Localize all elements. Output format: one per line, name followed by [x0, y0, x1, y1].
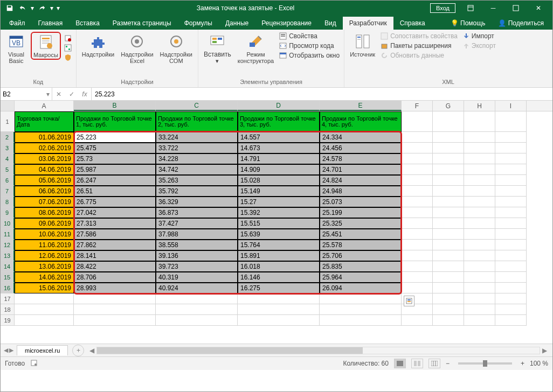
cell[interactable]	[464, 153, 495, 164]
import-button[interactable]: Импорт	[461, 32, 497, 40]
cell[interactable]	[402, 218, 433, 229]
tab-pagelayout[interactable]: Разметка страницы	[106, 17, 178, 30]
cell[interactable]	[464, 207, 495, 218]
cell[interactable]: 26.247	[74, 175, 156, 186]
cell[interactable]	[495, 250, 527, 261]
cell[interactable]	[320, 315, 402, 326]
col-header-I[interactable]: I	[495, 101, 527, 111]
cell[interactable]	[433, 218, 464, 229]
cell[interactable]	[495, 153, 527, 164]
cell[interactable]	[433, 143, 464, 153]
cell[interactable]: 28.422	[74, 261, 156, 272]
row-header[interactable]: 13	[1, 250, 15, 261]
cell[interactable]	[433, 153, 464, 164]
cell[interactable]: 15.392	[238, 207, 320, 218]
cell[interactable]	[238, 315, 320, 326]
cell[interactable]: 34.228	[156, 153, 238, 164]
cell[interactable]: Продажи по Торговой точке 4, тыс. руб.	[320, 111, 402, 132]
cell[interactable]: 33.224	[156, 132, 238, 143]
cell[interactable]	[433, 132, 464, 143]
row-header[interactable]: 17	[1, 293, 15, 304]
cell[interactable]	[464, 272, 495, 283]
cell[interactable]	[464, 143, 495, 153]
row-header[interactable]: 15	[1, 272, 15, 283]
cell[interactable]: 40.319	[156, 272, 238, 283]
cell[interactable]: 27.862	[74, 240, 156, 250]
cell[interactable]: 15.764	[238, 240, 320, 250]
tab-formulas[interactable]: Формулы	[178, 17, 219, 30]
cell[interactable]: 38.558	[156, 240, 238, 250]
row-header[interactable]: 1	[1, 111, 15, 132]
sheet-nav-next-icon[interactable]: ▶	[9, 347, 13, 354]
namebox-dropdown-icon[interactable]: ▾	[46, 90, 50, 98]
cell[interactable]: 39.723	[156, 261, 238, 272]
cell[interactable]: 26.775	[74, 197, 156, 207]
cell[interactable]: 36.329	[156, 197, 238, 207]
cell[interactable]: Продажи по Торговой точке 3, тыс. руб.	[238, 111, 320, 132]
col-header-H[interactable]: H	[464, 101, 495, 111]
cell[interactable]	[320, 304, 402, 315]
source-button[interactable]: Источник	[348, 32, 377, 59]
cell[interactable]: Продажи по Торговой точке 1, тыс. руб.	[74, 111, 156, 132]
cell[interactable]: 25.987	[74, 164, 156, 175]
cell[interactable]	[402, 315, 433, 326]
cell[interactable]: 08.06.2019	[15, 207, 74, 218]
cell[interactable]	[495, 207, 527, 218]
cell[interactable]: 24.334	[320, 132, 402, 143]
cell[interactable]: 15.27	[238, 197, 320, 207]
zoom-level[interactable]: 100 %	[530, 360, 548, 367]
excel-addins-button[interactable]: Надстройки Excel	[119, 32, 155, 65]
cell[interactable]	[433, 175, 464, 186]
cell[interactable]	[74, 304, 156, 315]
cell[interactable]	[495, 240, 527, 250]
cell[interactable]: 11.06.2019	[15, 240, 74, 250]
cell[interactable]: 14.557	[238, 132, 320, 143]
cell[interactable]	[156, 304, 238, 315]
cell[interactable]: 24.578	[320, 153, 402, 164]
cell[interactable]: Торговая точка/Дата	[15, 111, 74, 132]
cell[interactable]: 15.515	[238, 218, 320, 229]
cell[interactable]: 34.742	[156, 164, 238, 175]
row-header[interactable]: 11	[1, 229, 15, 240]
cell[interactable]: 04.06.2019	[15, 164, 74, 175]
cell[interactable]	[464, 197, 495, 207]
scroll-right-icon[interactable]: ▶	[542, 347, 547, 354]
name-box-input[interactable]	[3, 90, 35, 98]
cell[interactable]	[464, 304, 495, 315]
cell[interactable]	[402, 261, 433, 272]
view-pagelayout-icon[interactable]	[411, 359, 423, 368]
cell[interactable]: 15.06.2019	[15, 283, 74, 293]
cell[interactable]: 35.792	[156, 186, 238, 197]
cell[interactable]	[464, 261, 495, 272]
cell[interactable]	[495, 229, 527, 240]
cell[interactable]: 28.706	[74, 272, 156, 283]
spreadsheet-grid[interactable]: ABCDEFGHI 1Торговая точка/ДатаПродажи по…	[1, 101, 552, 344]
cell[interactable]: 37.427	[156, 218, 238, 229]
tab-developer[interactable]: Разработчик	[343, 17, 393, 30]
row-header[interactable]: 9	[1, 207, 15, 218]
cell[interactable]	[433, 111, 464, 132]
col-header-B[interactable]: B	[74, 101, 156, 111]
row-header[interactable]: 4	[1, 153, 15, 164]
cell[interactable]: 14.673	[238, 143, 320, 153]
cell[interactable]: 33.722	[156, 143, 238, 153]
tab-review[interactable]: Рецензирование	[255, 17, 318, 30]
cell[interactable]: 25.706	[320, 250, 402, 261]
cell[interactable]	[464, 250, 495, 261]
row-header[interactable]: 6	[1, 175, 15, 186]
cell[interactable]	[402, 240, 433, 250]
cell[interactable]	[495, 132, 527, 143]
scroll-left-icon[interactable]: ◀	[89, 347, 94, 354]
zoom-slider[interactable]	[458, 362, 512, 365]
tab-home[interactable]: Главная	[32, 17, 70, 30]
cell[interactable]: 12.06.2019	[15, 250, 74, 261]
cell[interactable]: 03.06.2019	[15, 153, 74, 164]
cell[interactable]	[495, 175, 527, 186]
macros-button[interactable]: Макросы	[31, 32, 61, 60]
record-macro-button[interactable]	[63, 34, 73, 43]
name-box[interactable]: ▾	[1, 88, 52, 100]
cell[interactable]	[433, 261, 464, 272]
cell[interactable]	[156, 293, 238, 304]
cell[interactable]	[464, 240, 495, 250]
cell[interactable]: 24.456	[320, 143, 402, 153]
